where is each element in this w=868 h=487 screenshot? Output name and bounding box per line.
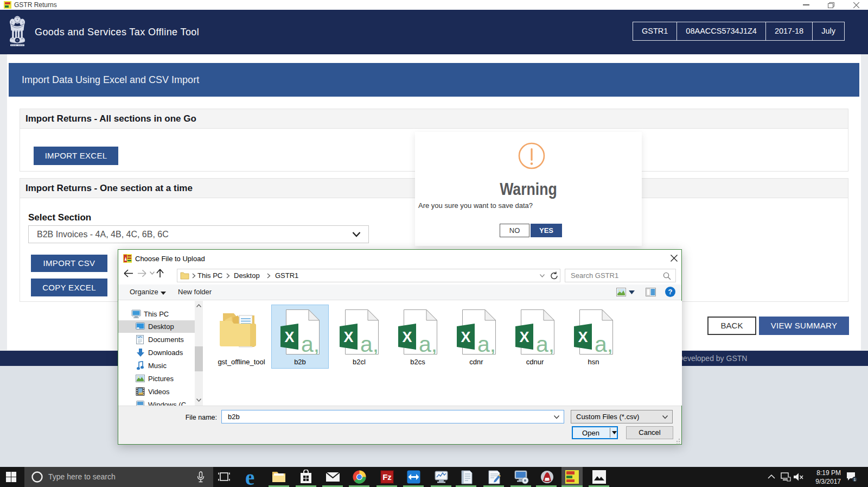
svg-text:1: 1 [853,477,856,482]
svg-text:?: ? [668,288,673,296]
svg-text:Fz: Fz [382,472,392,482]
